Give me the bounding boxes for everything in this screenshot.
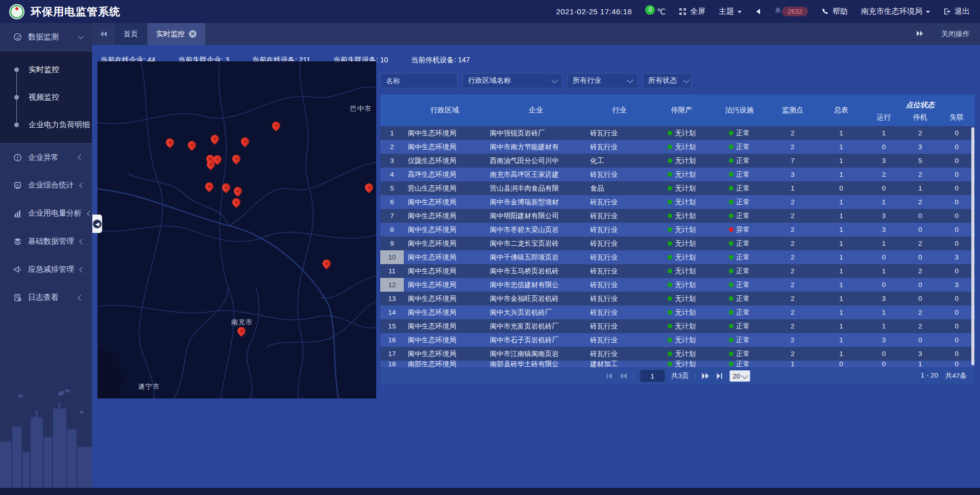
cell-total-meters: 1 [817, 267, 865, 275]
table-row[interactable]: 2阆中生态环境局阆中市南方节能建材有砖瓦行业无计划正常21030 [380, 140, 975, 154]
cell-company: 南部县砖华土砖有限公 [486, 361, 586, 367]
status-text: 无计划 [675, 336, 696, 345]
sidebar-subitem-power-load-detail[interactable]: 企业电力负荷明细 [0, 111, 92, 138]
tab-home[interactable]: 首页 [115, 23, 146, 45]
table-row[interactable]: 9阆中生态环境局阆中市二龙长宝页岩砖砖瓦行业无计划正常21120 [380, 237, 975, 250]
table-row[interactable]: 5营山生态环境局营山县润丰肉食品有限食品无计划正常10010 [380, 181, 975, 195]
region-select[interactable]: 行政区域名称 [462, 73, 562, 88]
sidebar-item-enterprise-statistics[interactable]: 企业综合统计 [0, 171, 92, 199]
cell-production: 无计划 [653, 239, 710, 248]
enterprise-table: 行政区域 企业 行业 停限产 治污设施 监测点 总表 点位状态 运行 停机 失联… [380, 95, 975, 385]
sidebar-item-data-monitoring[interactable]: 数据监测 [0, 23, 92, 51]
page-size-select[interactable]: 20 [730, 370, 750, 382]
chart-icon [13, 209, 22, 218]
table-row[interactable]: 14阆中生态环境局阆中大兴页岩机砖厂砖瓦行业无计划正常21120 [380, 305, 975, 319]
fullscreen-button[interactable]: 全屏 [679, 7, 705, 16]
last-page-button[interactable] [716, 372, 724, 380]
previous-page-button[interactable] [619, 372, 627, 380]
chevron-down-icon [683, 77, 690, 83]
table-scrollbar[interactable] [971, 127, 974, 365]
table-row[interactable]: 17阆中生态环境局阆中市江南镇阆南页岩砖瓦行业无计划正常21030 [380, 347, 975, 361]
table-row[interactable]: 1阆中生态环境局阆中强锐页岩砖厂砖瓦行业无计划正常21120 [380, 126, 975, 140]
logout-button[interactable]: 退出 [943, 7, 970, 16]
row-number: 12 [380, 278, 404, 292]
sidebar-item-base-data-management[interactable]: 基础数据管理 [0, 227, 92, 255]
sidebar: 数据监测实时监控视频监控企业电力负荷明细企业异常企业综合统计企业用电量分析基础数… [0, 23, 92, 488]
table-row[interactable]: 4高坪生态环境局南充市高坪区王家店建砖瓦行业无计划正常31220 [380, 168, 975, 181]
status-dot-green [668, 214, 672, 218]
table-row[interactable]: 6阆中生态环境局阆中市金博瑞新型墙材砖瓦行业无计划正常21120 [380, 195, 975, 209]
cell-offline: 0 [939, 336, 975, 344]
table-row[interactable]: 8阆中生态环境局阆中市枣碧大梁山页岩砖瓦行业无计划异常21300 [380, 223, 975, 237]
cell-region: 南部生态环境局 [404, 361, 486, 367]
previous-page-icon [619, 372, 627, 380]
sidebar-subitem-realtime-monitor[interactable]: 实时监控 [0, 56, 92, 83]
cell-running: 1 [866, 240, 902, 247]
status-text: 正常 [736, 267, 750, 276]
cell-monitor-points: 2 [768, 129, 817, 137]
first-page-button[interactable] [605, 372, 612, 380]
sidebar-subitem-video-monitor[interactable]: 视频监控 [0, 83, 92, 111]
tab-realtime-monitor[interactable]: 实时监控 ✕ [148, 23, 205, 45]
chevron-left-icon [79, 182, 85, 188]
cell-stopped: 5 [902, 157, 938, 164]
close-operations-button[interactable]: 关闭操作 [941, 30, 970, 39]
theme-dropdown[interactable]: 主题 [719, 7, 742, 16]
table-row[interactable]: 13阆中生态环境局阆中市金福旺页岩机砖砖瓦行业无计划正常21300 [380, 292, 975, 305]
cell-region: 阆中生态环境局 [404, 239, 486, 248]
notifications[interactable]: 2632 [774, 7, 808, 16]
table-row[interactable]: 16阆中生态环境局阆中市石子页岩机砖厂砖瓦行业无计划正常21300 [380, 333, 975, 347]
sidebar-item-log-view[interactable]: 日志查看 [0, 284, 92, 312]
cell-total-meters: 0 [817, 184, 865, 192]
cell-offline: 0 [939, 129, 975, 137]
tabs-scroll-right-button[interactable] [916, 30, 924, 38]
sound-toggle[interactable] [755, 8, 761, 15]
tabs-scroll-left-button[interactable] [92, 23, 115, 45]
sidebar-item-enterprise-abnormal[interactable]: 企业异常 [0, 144, 92, 171]
table-row[interactable]: 7阆中生态环境局阆中明阳建材有限公司砖瓦行业无计划正常21300 [380, 209, 975, 223]
page-number-input[interactable] [640, 369, 665, 383]
cell-stopped: 2 [902, 322, 938, 330]
cell-monitor-points: 2 [768, 240, 817, 247]
header-stopped: 停机 [902, 111, 938, 126]
tab-close-icon[interactable]: ✕ [189, 30, 197, 38]
row-number: 5 [380, 181, 404, 195]
help-button[interactable]: 帮助 [821, 7, 848, 16]
status-select[interactable]: 所有状态 [643, 73, 692, 88]
sidebar-collapse-handle[interactable]: ◀ [92, 215, 102, 233]
cell-running: 0 [866, 361, 902, 367]
chevron-left-icon [78, 154, 83, 160]
status-dot-green [729, 145, 733, 149]
cell-facility: 正常 [710, 184, 768, 193]
status-dot-green [668, 145, 672, 149]
header-point-status-group: 点位状态 [866, 95, 975, 111]
bell-icon [774, 7, 782, 16]
table-rows: 1阆中生态环境局阆中强锐页岩砖厂砖瓦行业无计划正常211202阆中生态环境局阆中… [380, 126, 975, 367]
table-row[interactable]: 3仪陇生态环境局西南油气田分公司川中化工无计划正常71350 [380, 154, 975, 168]
table-row[interactable]: 11阆中生态环境局阆中市五马桥页岩机砖砖瓦行业无计划正常21120 [380, 264, 975, 278]
table-row[interactable]: 10阆中生态环境局阆中千佛镇五郎垭页岩砖瓦行业无计划正常21003 [380, 250, 975, 264]
double-chevron-right-icon [916, 30, 924, 37]
last-page-icon [716, 372, 724, 380]
stat-value: 147 [458, 56, 470, 64]
map-panel[interactable]: 巴中市南充市遂宁市 [97, 61, 376, 398]
table-row[interactable]: 18南部生态环境局南部县砖华土砖有限公建材加工无计划正常10010 [380, 361, 975, 367]
name-search-input[interactable] [380, 73, 458, 88]
organization-label: 南充市生态环境局 [861, 7, 922, 16]
status-text: 无计划 [675, 184, 696, 193]
next-page-button[interactable] [702, 372, 710, 380]
cell-region: 阆中生态环境局 [404, 349, 486, 359]
table-row[interactable]: 12阆中生态环境局阆中市忠信建材有限公砖瓦行业无计划正常21003 [380, 278, 975, 292]
sidebar-item-emergency-reduction[interactable]: 应急减排管理 [0, 255, 92, 284]
status-text: 正常 [736, 184, 750, 193]
cell-company: 阆中强锐页岩砖厂 [486, 129, 586, 138]
industry-select[interactable]: 所有行业 [567, 73, 638, 88]
phone-icon [821, 8, 829, 15]
organization-dropdown[interactable]: 南充市生态环境局 [861, 7, 930, 16]
table-row[interactable]: 15阆中生态环境局阆中市光富页岩机砖厂砖瓦行业无计划正常21120 [380, 319, 975, 333]
status-dot-green [668, 186, 672, 191]
cell-region: 阆中生态环境局 [404, 267, 486, 276]
status-dot-green [668, 351, 672, 356]
pagination-controls: 共3页 20 [605, 367, 750, 385]
sidebar-item-power-usage-analysis[interactable]: 企业用电量分析 [0, 199, 92, 227]
